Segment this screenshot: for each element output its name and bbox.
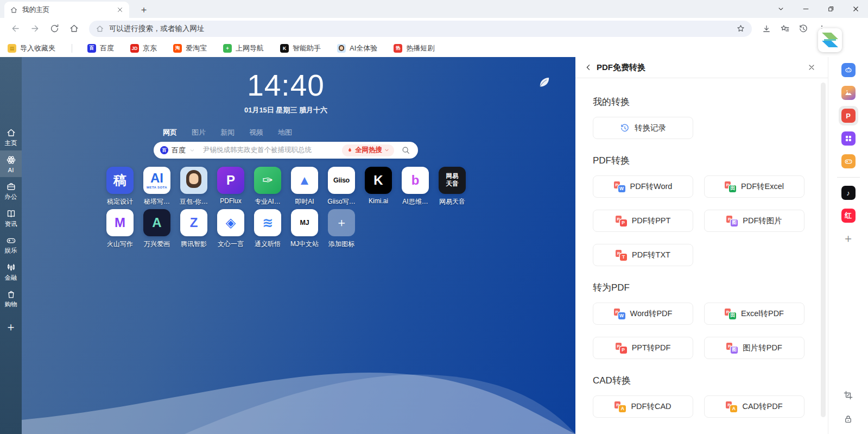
bookmark-item[interactable]: 百 百度 xyxy=(87,43,114,53)
lock-icon[interactable] xyxy=(840,410,857,427)
app-shortcut[interactable]: 豆包-你… xyxy=(175,167,212,206)
sidebar-item[interactable]: 资讯 xyxy=(0,204,22,231)
engine-chevron-icon[interactable] xyxy=(189,147,195,154)
bookmark-item[interactable]: K 智能助手 xyxy=(280,43,321,53)
conversion-button[interactable]: P W PDF转Word xyxy=(593,175,693,198)
conversion-button[interactable]: P P PDF转PPT xyxy=(593,210,693,232)
hot-search-button[interactable]: 全网热搜 xyxy=(342,144,394,156)
sidebar-item[interactable]: 娱乐 xyxy=(0,231,22,258)
app-shortcut[interactable]: ＋ 添加图标 xyxy=(323,209,360,249)
conversion-button[interactable]: P A PDF转CAD xyxy=(593,395,693,418)
browser-menu-chevron[interactable] xyxy=(768,0,793,18)
screenshot-crop-icon[interactable] xyxy=(840,386,857,404)
app-shortcut[interactable]: 稿 稿定设计 xyxy=(102,167,138,206)
app-shortcut[interactable]: P PDFlux xyxy=(212,167,249,206)
import-bookmarks[interactable]: ▤ 导入收藏夹 xyxy=(8,43,55,53)
browser-tab[interactable]: 我的主页 xyxy=(4,2,129,18)
search-tab[interactable]: 新闻 xyxy=(220,128,235,137)
app-box[interactable] xyxy=(839,129,858,148)
app-shortcut[interactable]: 网易天音 网易天音 xyxy=(434,167,471,206)
conversion-button[interactable]: P 田 PDF转Excel xyxy=(704,175,804,198)
conversion-button[interactable]: P P PPT转PDF xyxy=(593,337,693,359)
app-shortcut[interactable]: ≋ 通义听悟 xyxy=(249,209,286,249)
bookmark-star-icon[interactable] xyxy=(736,24,745,33)
conversion-button[interactable]: P A CAD转PDF xyxy=(704,395,804,418)
ai-assistant[interactable] xyxy=(839,60,858,80)
search-tab[interactable]: 视频 xyxy=(249,128,263,137)
search-tab[interactable]: 网页 xyxy=(163,128,177,137)
button-grid: 转换记录 xyxy=(593,117,804,139)
bookmark-item[interactable]: ＋ 上网导航 xyxy=(223,43,264,53)
background-wave xyxy=(22,304,575,434)
sidebar-item[interactable]: 办公 xyxy=(0,177,22,204)
app-shortcut[interactable]: M 火山写作 xyxy=(102,209,138,249)
app-shortcut[interactable]: b AI思维… xyxy=(397,167,434,206)
panel-close-icon[interactable] xyxy=(807,63,816,72)
bookmark-item[interactable]: AI全体验 xyxy=(337,43,377,53)
close-button[interactable] xyxy=(843,0,868,18)
bookmark-item[interactable]: 热 热播短剧 xyxy=(394,43,434,53)
content-row: 主页 AI 办公 资讯 娱乐 xyxy=(0,57,868,434)
search-tab[interactable]: 地图 xyxy=(278,128,292,137)
right-dock: P xyxy=(828,57,868,434)
app-shortcut[interactable]: ◈ 文心一言 xyxy=(212,209,249,249)
reload-button[interactable] xyxy=(45,20,64,37)
sidebar-item[interactable]: 主页 xyxy=(0,123,22,150)
douyin[interactable]: ♪ xyxy=(839,183,858,203)
downloads-button[interactable] xyxy=(757,20,776,37)
wallpaper[interactable] xyxy=(839,83,858,103)
xiaohongshu[interactable]: 红 xyxy=(839,206,858,225)
minimize-button[interactable] xyxy=(793,0,818,18)
apps-row-2: M 火山写作 A 万兴爱画 xyxy=(102,209,471,251)
button-grid: P W PDF转Word P 田 PDF转Excel xyxy=(593,175,804,266)
app-shortcut[interactable]: K Kimi.ai xyxy=(360,167,397,206)
bookmark-item[interactable]: JD 京东 xyxy=(130,43,157,53)
game-center[interactable] xyxy=(839,152,858,171)
app-icon: b xyxy=(402,167,429,194)
conversion-button[interactable]: P T PDF转TXT xyxy=(593,244,693,266)
conversion-button[interactable]: P 图 图片转PDF xyxy=(704,337,804,359)
app-shortcut[interactable]: MJ MJ中文站 xyxy=(286,209,323,249)
leaf-skin-icon[interactable] xyxy=(537,75,552,90)
app-shortcut[interactable]: ▲ 即时AI xyxy=(286,167,323,206)
bookmark-favicon xyxy=(337,44,346,53)
bookmark-item[interactable]: 淘 爱淘宝 xyxy=(173,43,207,53)
tab-close-icon[interactable] xyxy=(116,6,124,14)
sidebar-item[interactable]: AI xyxy=(0,150,22,178)
app-shortcut[interactable]: ✑ 专业AI… xyxy=(249,167,286,206)
history-button[interactable] xyxy=(794,20,813,37)
pdf-convert[interactable]: P xyxy=(839,106,858,125)
address-bar[interactable]: 可以进行搜索，或者输入网址 xyxy=(89,21,752,37)
sidebar-item[interactable]: 购物 xyxy=(0,285,22,312)
sidebar-add-button[interactable]: ＋ xyxy=(5,319,17,335)
back-chevron-icon[interactable] xyxy=(584,63,593,72)
toolbar: 可以进行搜索，或者输入网址 xyxy=(0,18,868,39)
section-heading: 转为PDF xyxy=(593,281,804,294)
back-button[interactable] xyxy=(5,20,25,37)
conversion-button[interactable]: P W Word转PDF xyxy=(593,303,693,325)
gamepad-icon xyxy=(6,235,16,246)
search-icon[interactable] xyxy=(401,146,410,155)
app-shortcut[interactable]: Giiso Giiso写… xyxy=(323,167,360,206)
conversion-icon: P T xyxy=(616,250,627,261)
add-app[interactable]: ＋ xyxy=(839,229,858,248)
app-shortcut[interactable]: AI META SOTA 秘塔写… xyxy=(138,167,175,206)
bookmark-label: 爱淘宝 xyxy=(186,43,207,53)
app-shortcut[interactable]: A 万兴爱画 xyxy=(138,209,175,249)
conversion-button[interactable]: P 图 PDF转图片 xyxy=(704,210,804,232)
forward-button[interactable] xyxy=(25,20,45,37)
conversion-history-button[interactable]: 转换记录 xyxy=(593,117,693,139)
search-bar[interactable]: 百 百度 尹锡悦成韩宪政史首个被捕现职总统 全网热搜 xyxy=(154,142,418,159)
app-shortcut[interactable]: Z 腾讯智影 xyxy=(175,209,212,249)
search-tab[interactable]: 图片 xyxy=(192,128,206,137)
home-button[interactable] xyxy=(64,20,84,37)
new-tab-button[interactable]: ＋ xyxy=(137,2,151,16)
bookmarks-bar: ▤ 导入收藏夹 百 百度 JD 京东 淘 爱淘宝 xyxy=(0,39,868,57)
bookmark-label: 热播短剧 xyxy=(406,43,434,53)
panel-scrollbar[interactable] xyxy=(821,83,826,417)
browser-assistant-logo[interactable] xyxy=(818,28,842,52)
sidebar-item[interactable]: 金融 xyxy=(0,258,22,285)
favorites-button[interactable] xyxy=(776,20,794,37)
conversion-button[interactable]: P 田 Excel转PDF xyxy=(704,303,804,325)
restore-button[interactable] xyxy=(818,0,843,18)
